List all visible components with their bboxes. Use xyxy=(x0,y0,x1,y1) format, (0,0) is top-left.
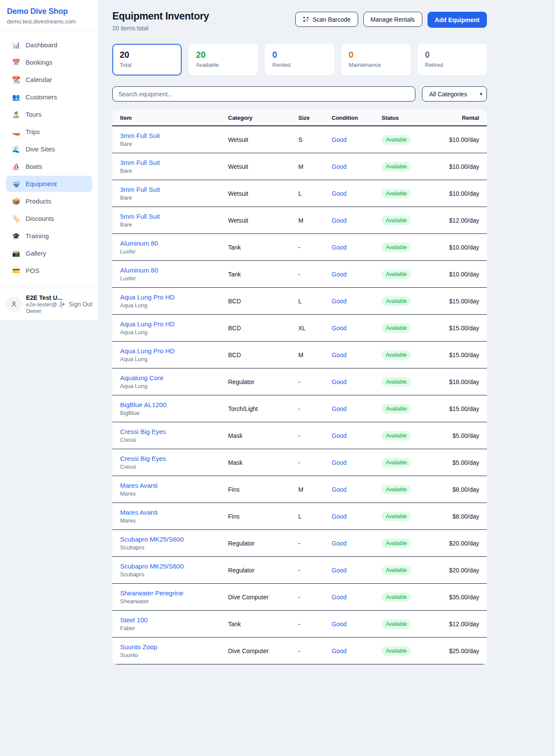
size-cell: S xyxy=(298,136,332,143)
condition-link[interactable]: Good xyxy=(332,163,382,170)
item-name-link[interactable]: Cressi Big Eyes xyxy=(120,428,228,435)
stat-card-available[interactable]: 20Available xyxy=(189,44,258,76)
condition-link[interactable]: Good xyxy=(332,567,382,574)
table-row: Aqua Lung Pro HDAqua LungBCDLGoodAvailab… xyxy=(112,288,487,315)
item-brand: Cressi xyxy=(120,463,228,470)
sign-out-button[interactable]: Sign Out xyxy=(59,301,92,308)
condition-link[interactable]: Good xyxy=(332,486,382,493)
sidebar-item-gallery[interactable]: 📸Gallery xyxy=(6,245,92,261)
condition-link[interactable]: Good xyxy=(332,540,382,547)
page-title-block: Equipment Inventory 20 items total xyxy=(112,10,209,32)
stat-label: Maintenance xyxy=(349,62,403,68)
status-badge: Available xyxy=(382,135,411,145)
sidebar-item-equipment[interactable]: 🤿Equipment xyxy=(6,176,92,192)
sidebar-item-label: Equipment xyxy=(26,180,57,187)
condition-link[interactable]: Good xyxy=(332,405,382,412)
category-cell: Fins xyxy=(228,513,298,520)
item-name-link[interactable]: Aluminum 80 xyxy=(120,266,228,274)
condition-link[interactable]: Good xyxy=(332,648,382,654)
sidebar-item-boats[interactable]: ⛵Boats xyxy=(6,158,92,174)
rental-cell: $12.00/day xyxy=(447,217,479,224)
sidebar-item-dashboard[interactable]: 📊Dashboard xyxy=(6,37,92,53)
item-name-link[interactable]: Mares Avanti xyxy=(120,482,228,489)
item-name-link[interactable]: Cressi Big Eyes xyxy=(120,455,228,462)
condition-link[interactable]: Good xyxy=(332,190,382,197)
item-name-link[interactable]: Aqua Lung Pro HD xyxy=(120,347,228,355)
stat-card-maintenance[interactable]: 0Maintenance xyxy=(341,44,411,76)
condition-link[interactable]: Good xyxy=(332,352,382,358)
table-row: Aqua Lung Pro HDAqua LungBCDMGoodAvailab… xyxy=(112,342,487,368)
manage-rentals-button[interactable]: Manage Rentals xyxy=(363,12,422,27)
item-name-link[interactable]: Aqua Lung Pro HD xyxy=(120,320,228,328)
add-equipment-button[interactable]: Add Equipment xyxy=(428,12,487,28)
sidebar-item-customers[interactable]: 👥Customers xyxy=(6,89,92,105)
category-select[interactable]: All Categories xyxy=(422,86,487,102)
sidebar-item-trips[interactable]: 🚤Trips xyxy=(6,124,92,140)
sidebar-item-label: Discounts xyxy=(26,215,54,222)
condition-link[interactable]: Good xyxy=(332,378,382,385)
sidebar-item-label: Tours xyxy=(26,111,42,118)
sidebar-item-calendar[interactable]: 📆Calendar xyxy=(6,72,92,88)
column-header-rental: Rental xyxy=(447,115,479,121)
item-name-link[interactable]: Scubapro MK25/S600 xyxy=(120,562,228,570)
category-cell: Tank xyxy=(228,244,298,251)
condition-link[interactable]: Good xyxy=(332,621,382,628)
item-cell: Aqua Lung Pro HDAqua Lung xyxy=(120,293,228,309)
item-name-link[interactable]: Aluminum 80 xyxy=(120,240,228,247)
item-name-link[interactable]: Aqualung Core xyxy=(120,374,228,381)
size-cell: - xyxy=(298,432,332,439)
table-row: Steel 100FaberTank-GoodAvailable$12.00/d… xyxy=(112,611,487,638)
status-badge: Available xyxy=(382,216,411,225)
item-name-link[interactable]: 5mm Full Suit xyxy=(120,213,228,220)
item-name-link[interactable]: Steel 100 xyxy=(120,616,228,624)
sidebar-item-products[interactable]: 📦Products xyxy=(6,193,92,209)
item-name-link[interactable]: Shearwater Peregrine xyxy=(120,589,228,597)
condition-link[interactable]: Good xyxy=(332,459,382,466)
sidebar-item-label: POS xyxy=(26,267,39,274)
sidebar-item-discounts[interactable]: 🏷️Discounts xyxy=(6,210,92,227)
scan-barcode-button[interactable]: Scan Barcode xyxy=(295,12,358,27)
status-cell: Available xyxy=(382,135,447,145)
item-name-link[interactable]: 3mm Full Suit xyxy=(120,132,228,139)
status-cell: Available xyxy=(382,296,447,306)
condition-link[interactable]: Good xyxy=(332,594,382,601)
size-cell: - xyxy=(298,405,332,412)
table-row: Scubapro MK25/S600ScubaproRegulator-Good… xyxy=(112,557,487,584)
stat-value: 0 xyxy=(425,50,480,60)
sidebar-item-label: Products xyxy=(26,197,51,205)
rental-cell: $8.00/day xyxy=(447,513,479,520)
item-cell: BigBlue AL1200BigBlue xyxy=(120,401,228,416)
condition-link[interactable]: Good xyxy=(332,325,382,332)
search-input[interactable] xyxy=(112,86,415,102)
sidebar-item-label: Calendar xyxy=(26,76,52,83)
item-name-link[interactable]: Aqua Lung Pro HD xyxy=(120,293,228,301)
column-header-item: Item xyxy=(120,115,228,121)
sidebar-item-tours[interactable]: 🏝️Tours xyxy=(6,106,92,122)
sidebar-item-training[interactable]: 🎓Training xyxy=(6,228,92,244)
item-name-link[interactable]: 3mm Full Suit xyxy=(120,186,228,193)
sidebar-item-dive-sites[interactable]: 🌊Dive Sites xyxy=(6,141,92,157)
stat-card-rented[interactable]: 0Rented xyxy=(265,44,334,76)
credit-card-icon: 💳 xyxy=(12,267,20,275)
category-cell: Wetsuit xyxy=(228,190,298,197)
stat-card-retired[interactable]: 0Retired xyxy=(418,44,487,76)
item-name-link[interactable]: Mares Avanti xyxy=(120,509,228,516)
item-name-link[interactable]: Scubapro MK25/S600 xyxy=(120,536,228,543)
condition-link[interactable]: Good xyxy=(332,271,382,278)
item-name-link[interactable]: Suunto Zoop xyxy=(120,643,228,651)
sidebar-item-pos[interactable]: 💳POS xyxy=(6,263,92,279)
condition-link[interactable]: Good xyxy=(332,136,382,143)
avatar xyxy=(6,296,22,312)
sidebar-item-bookings[interactable]: 📅Bookings xyxy=(6,54,92,70)
condition-link[interactable]: Good xyxy=(332,432,382,439)
condition-link[interactable]: Good xyxy=(332,513,382,520)
category-cell: Wetsuit xyxy=(228,163,298,170)
stat-card-total[interactable]: 20Total xyxy=(112,44,182,76)
condition-link[interactable]: Good xyxy=(332,298,382,305)
size-cell: - xyxy=(298,540,332,547)
condition-link[interactable]: Good xyxy=(332,244,382,251)
wave-icon: 🌊 xyxy=(12,145,20,153)
condition-link[interactable]: Good xyxy=(332,217,382,224)
item-name-link[interactable]: BigBlue AL1200 xyxy=(120,401,228,408)
item-name-link[interactable]: 3mm Full Suit xyxy=(120,159,228,166)
